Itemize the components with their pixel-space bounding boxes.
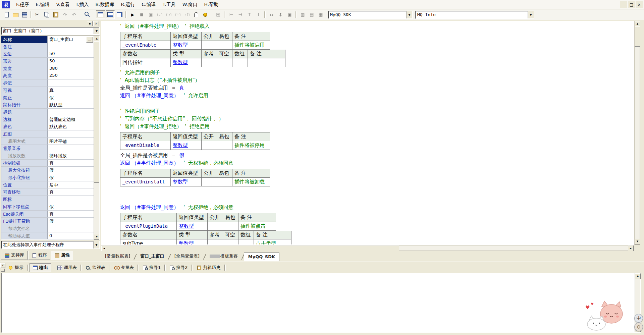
output-tab-提示[interactable]: 提示 [5, 264, 26, 272]
table-cell[interactable] [217, 141, 232, 150]
property-value[interactable]: 假 [48, 94, 94, 101]
menu-item-6[interactable]: C.编译 [138, 1, 159, 9]
panel-close-button[interactable]: × [93, 21, 99, 26]
chevron-down-icon[interactable]: ▼ [528, 11, 534, 18]
output-tab-调用表[interactable]: 调用表 [54, 264, 79, 272]
property-value[interactable] [48, 145, 94, 152]
editor-vertical-scrollbar[interactable]: ▲ ▼ [634, 21, 640, 245]
property-grid-scrollbar[interactable]: ▲ ▼ [94, 36, 99, 240]
property-value[interactable]: 假 [48, 218, 94, 225]
property-value[interactable]: 假 [48, 203, 94, 210]
table-cell[interactable] [217, 58, 232, 67]
property-value[interactable] [48, 79, 94, 87]
property-value[interactable]: 50 [48, 50, 94, 57]
property-value[interactable]: 图片平铺 [48, 138, 94, 145]
table-cell[interactable]: _eventDisable [120, 141, 171, 150]
object-selector-combo[interactable]: 窗口_主窗口（窗口） ▼ [1, 27, 100, 35]
property-value[interactable] [48, 43, 94, 50]
pan-hand-icon[interactable] [192, 11, 200, 18]
type-link[interactable]: 整数型 [171, 178, 202, 186]
property-value[interactable]: 居中 [48, 181, 94, 188]
scroll-down-icon[interactable]: ▼ [635, 239, 640, 244]
new-file-icon[interactable] [2, 11, 11, 18]
property-value[interactable]: 380 [48, 65, 94, 72]
ime-language-badge[interactable]: 中 [634, 314, 643, 323]
output-tab-搜寻2[interactable]: 搜寻2 [167, 264, 190, 272]
ime-mode-badge[interactable] [634, 323, 643, 331]
table-cell[interactable]: 插件将被启用 [232, 41, 270, 50]
scroll-left-icon[interactable]: ◄ [101, 245, 107, 251]
menu-item-2[interactable]: V.查看 [53, 1, 73, 9]
minimize-button[interactable]: _ [620, 1, 627, 8]
scrollbar-thumb[interactable] [94, 41, 100, 183]
layout-right-icon[interactable] [115, 11, 124, 18]
property-value[interactable]: 窗口_主窗口… [48, 36, 94, 43]
menu-item-8[interactable]: W.窗口 [179, 1, 201, 9]
property-value[interactable]: 250 [48, 72, 94, 79]
editor-tab-MyQQ_SDK[interactable]: MyQQ_SDK [244, 253, 279, 261]
property-value[interactable] [48, 130, 94, 137]
editor-tab-窗口_主窗口[interactable]: 窗口_主窗口 [136, 252, 168, 261]
table-cell[interactable]: _eventPluginData [120, 222, 177, 231]
table-cell[interactable]: _eventEnable [120, 41, 171, 50]
editor-tab-[全局变量表][interactable]: [全局变量表] [170, 252, 204, 261]
property-value[interactable]: 0 [48, 232, 94, 239]
panel-tab-程序[interactable]: 程序 [28, 251, 50, 260]
more-button[interactable]: … [86, 37, 93, 43]
table-cell[interactable] [202, 58, 217, 67]
table-cell[interactable]: _eventUninstall [120, 178, 171, 186]
editor-horizontal-scrollbar[interactable]: ◄ ► [101, 245, 634, 251]
property-value[interactable]: 假 [48, 174, 94, 181]
table-cell[interactable] [223, 239, 238, 245]
cut-icon[interactable] [34, 11, 42, 18]
panel-tab-支持库[interactable]: 支持库 [1, 251, 28, 260]
property-value[interactable] [48, 225, 94, 232]
layout-top-icon[interactable] [96, 10, 105, 19]
table-cell[interactable]: 点击类型 [254, 239, 291, 245]
scroll-up-icon[interactable]: ▲ [635, 21, 640, 27]
scroll-up-icon[interactable]: ▲ [635, 273, 641, 279]
chevron-down-icon[interactable]: ▼ [93, 241, 99, 248]
breakpoint-icon[interactable] [201, 11, 209, 18]
table-cell[interactable]: 回传指针 [120, 58, 171, 67]
type-link[interactable]: 整数型 [171, 141, 202, 150]
property-value[interactable] [48, 196, 94, 203]
table-cell[interactable] [217, 178, 232, 186]
event-handler-combo[interactable]: 在此处选择加入事件处理子程序 ▼ [1, 241, 100, 249]
output-content-area[interactable]: ▲ ▼ ♥ ♥ [1, 273, 641, 333]
restore-button[interactable]: □ [628, 1, 635, 8]
panel-tab-属性[interactable]: 属性 [51, 251, 73, 260]
scrollbar-thumb[interactable] [107, 245, 399, 251]
layout-bottom-icon[interactable] [106, 10, 115, 19]
menu-item-1[interactable]: E.编辑 [32, 1, 53, 9]
output-tab-监视表[interactable]: 监视表 [83, 264, 108, 272]
output-tab-搜寻1[interactable]: 搜寻1 [140, 264, 163, 272]
property-value[interactable]: 真 [48, 160, 94, 167]
table-cell[interactable]: 插件被点击 [238, 222, 276, 231]
property-value[interactable]: 真 [48, 188, 94, 196]
output-tab-变量表[interactable]: 变量表 [111, 264, 137, 272]
menu-item-3[interactable]: I.插入 [73, 1, 92, 9]
type-link[interactable]: 整数型 [177, 239, 208, 245]
property-value[interactable]: 假 [48, 167, 94, 174]
property-value[interactable] [48, 109, 94, 116]
property-value[interactable]: 50 [48, 58, 94, 65]
table-cell[interactable] [202, 178, 217, 186]
scrollbar-thumb[interactable] [635, 26, 640, 47]
table-cell[interactable] [208, 222, 223, 231]
editor-tab-模板兼容[interactable]: 模板兼容 [206, 252, 242, 261]
scroll-up-icon[interactable]: ▲ [94, 36, 100, 42]
panel-close-button[interactable]: × [0, 263, 5, 268]
property-value[interactable]: 真 [48, 87, 94, 94]
property-value[interactable]: 真 [48, 211, 94, 218]
close-button[interactable]: × [636, 1, 643, 8]
menu-item-5[interactable]: R.运行 [117, 1, 138, 9]
property-value[interactable]: 普通固定边框 [48, 116, 94, 123]
table-cell[interactable] [223, 222, 238, 231]
save-file-icon[interactable] [20, 11, 29, 18]
table-cell[interactable] [202, 141, 217, 150]
program-viewer-icon[interactable] [83, 11, 91, 18]
copy-icon[interactable] [43, 11, 51, 18]
menu-item-4[interactable]: B.数据库 [92, 1, 117, 9]
output-tab-输出[interactable]: 输出 [30, 263, 51, 272]
